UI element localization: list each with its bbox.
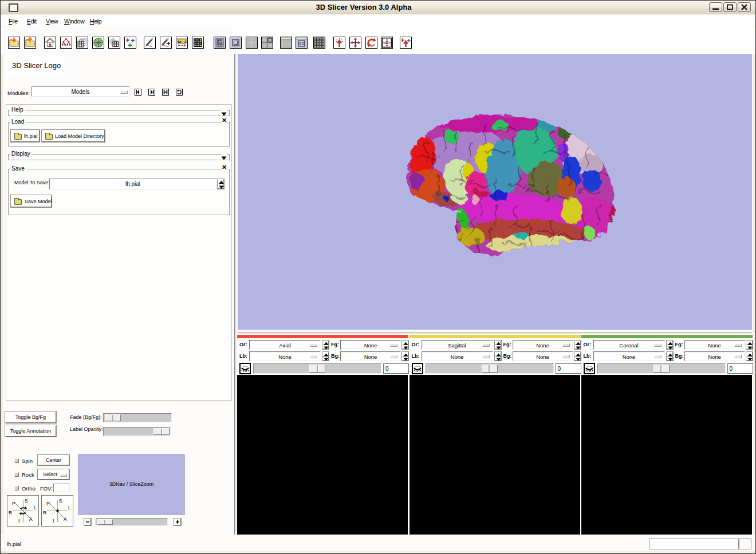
svg-text:L: L bbox=[34, 505, 37, 511]
svg-text:I: I bbox=[18, 518, 19, 524]
svg-text:S: S bbox=[25, 498, 28, 504]
svg-text:R: R bbox=[43, 510, 46, 516]
svg-text:I: I bbox=[53, 518, 54, 524]
svg-text:A: A bbox=[29, 516, 33, 522]
svg-text:P: P bbox=[12, 501, 15, 506]
svg-text:S: S bbox=[59, 498, 62, 504]
svg-text:P: P bbox=[46, 501, 50, 506]
svg-text:A: A bbox=[64, 516, 67, 522]
svg-text:L: L bbox=[68, 505, 71, 511]
svg-text:R: R bbox=[9, 510, 12, 516]
